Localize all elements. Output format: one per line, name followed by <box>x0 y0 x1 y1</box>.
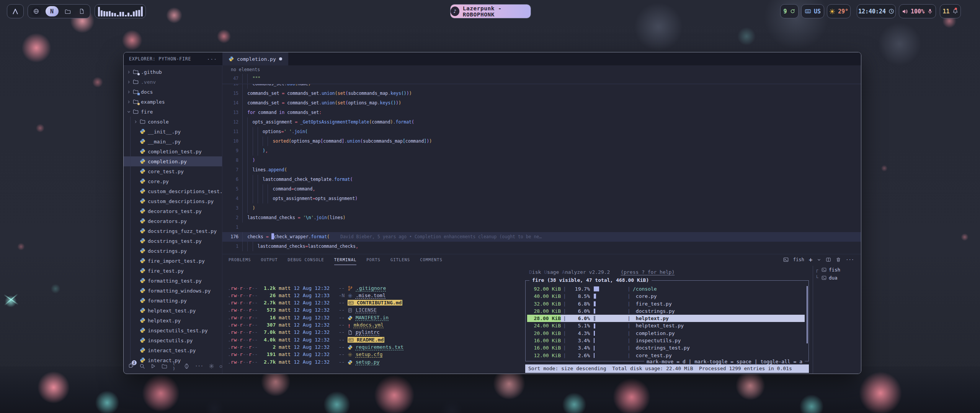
globe-icon[interactable] <box>31 7 41 16</box>
run-debug-icon[interactable] <box>150 363 156 369</box>
panel-tab-gitlens[interactable]: GITLENS <box>390 254 410 265</box>
dua-row[interactable]: 24.00 KiB|5.1%| helptext_test.py <box>527 322 805 329</box>
file-link[interactable]: mkdocs.yml <box>354 322 384 328</box>
volume-widget[interactable]: 100% <box>899 4 936 18</box>
terminal-list-item-dua[interactable]: └dua <box>815 274 861 282</box>
dua-row[interactable]: 28.00 KiB|6.0%| docstrings.py <box>527 307 805 315</box>
terminal-fish[interactable]: .rw-r--r-- 1.2k matt 12 Aug 12:32 -- .gi… <box>228 270 523 374</box>
terminal-list-item-fish[interactable]: ┌fish <box>815 266 861 274</box>
panel-tab-comments[interactable]: COMMENTS <box>420 254 443 265</box>
sidebar-item[interactable]: decorators.py <box>124 216 222 226</box>
panel-tab-terminal[interactable]: TERMINAL <box>334 254 357 265</box>
sidebar-item[interactable]: examples <box>124 97 222 107</box>
sidebar-item[interactable]: inspectutils_test.py <box>124 325 222 335</box>
record-icon[interactable]: ○ <box>220 364 222 368</box>
panel-tab-output[interactable]: OUTPUT <box>261 254 278 265</box>
watch-icon[interactable] <box>184 363 189 369</box>
file-link[interactable]: setup.py <box>356 359 380 365</box>
file-icon[interactable] <box>77 7 87 16</box>
terminal-dua[interactable]: Disk Usage Analyzer v2.29.2(press ? for … <box>524 267 811 374</box>
sidebar-item[interactable]: core.py <box>124 176 222 186</box>
sidebar-item[interactable]: docstrings_fuzz_test.py <box>124 226 222 236</box>
sidebar-item[interactable]: formatting_test.py <box>124 276 222 286</box>
sidebar-item[interactable]: formatting.py <box>124 296 222 306</box>
gear-icon[interactable] <box>209 363 214 369</box>
dua-row[interactable]: 16.00 KiB|3.4%| inspectutils.py <box>527 337 805 344</box>
panel-tab-debug-console[interactable]: DEBUG CONSOLE <box>288 254 324 265</box>
sidebar-item[interactable]: fire <box>124 107 222 117</box>
sidebar-item[interactable]: interact_test.py <box>124 345 222 355</box>
dua-row[interactable]: 92.00 KiB|19.7%|/console <box>527 285 805 293</box>
file-link[interactable]: requirements.txt <box>356 344 403 350</box>
file-link[interactable]: .gitignore <box>356 285 386 291</box>
tab-completion-py[interactable]: completion.py <box>222 52 288 65</box>
sidebar-item[interactable]: __init__.py <box>124 127 222 137</box>
sidebar-item[interactable]: console <box>124 117 222 127</box>
chevron-down-icon[interactable] <box>817 258 821 262</box>
dua-usage-bar <box>594 293 621 299</box>
sidebar-item[interactable]: formatting_windows.py <box>124 286 222 296</box>
keyboard-layout-widget[interactable]: US <box>801 4 824 18</box>
file-link[interactable]: pylintrc <box>356 329 380 335</box>
workspace-switcher[interactable]: N <box>28 4 90 18</box>
sidebar-item[interactable]: inspectutils.py <box>124 335 222 345</box>
sidebar-item[interactable]: completion_test.py <box>124 146 222 156</box>
sidebar-item[interactable]: docstrings.py <box>124 246 222 256</box>
sidebar-item[interactable]: fire_test.py <box>124 266 222 276</box>
trash-icon[interactable] <box>836 257 841 262</box>
brackets-icon[interactable]: ( ) <box>173 361 178 371</box>
file-row: .rw-r--r-- 2.7k matt 12 Aug 12:32 -- CON… <box>228 299 523 306</box>
file-link[interactable]: setup.cfg <box>356 351 382 357</box>
python-icon <box>140 168 146 174</box>
updates-widget[interactable]: 9 <box>780 4 799 18</box>
more-icon[interactable]: ··· <box>846 257 854 262</box>
dua-scrollbar[interactable] <box>807 286 808 343</box>
launcher-button[interactable] <box>7 4 24 18</box>
panel-tab-problems[interactable]: PROBLEMS <box>229 254 251 265</box>
sidebar-item[interactable]: docs <box>124 87 222 97</box>
file-link[interactable]: CONTRIBUTING.md <box>357 300 402 306</box>
sidebar-item[interactable]: fire_import_test.py <box>124 256 222 266</box>
code-line: 1 <box>222 223 861 232</box>
code-editor[interactable]: no elements 47""" 16commands_set.add(nam… <box>222 65 861 254</box>
sidebar-item[interactable]: completion.py <box>124 156 222 166</box>
notifications-widget[interactable]: 11 <box>940 4 961 18</box>
music-player-widget[interactable]: ♪ Lazerpunk - ROBOPHONK <box>450 4 531 18</box>
more-icon[interactable]: ··· <box>195 363 203 369</box>
explorer-view-button[interactable]: 1 <box>128 363 134 369</box>
breadcrumb[interactable]: no elements <box>222 65 861 74</box>
sidebar-item[interactable]: __main__.py <box>124 137 222 146</box>
file-link[interactable]: MANIFEST.in <box>356 315 389 320</box>
weather-widget[interactable]: 29° <box>827 4 851 18</box>
file-link[interactable]: LICENSE <box>356 307 377 313</box>
sidebar-item[interactable]: .github <box>124 67 222 77</box>
dua-row[interactable]: 40.00 KiB|8.5%| core.py <box>527 293 805 300</box>
dua-row[interactable]: 20.00 KiB|4.3%| completion.py <box>527 330 805 337</box>
sidebar-item[interactable]: core_test.py <box>124 166 222 176</box>
folder-icon[interactable] <box>63 7 73 16</box>
sidebar-item[interactable]: custom_descriptions_test.… <box>124 186 222 196</box>
panel-tab-ports[interactable]: PORTS <box>366 254 381 265</box>
resource-graph-widget[interactable] <box>95 4 146 18</box>
new-terminal-button[interactable]: + <box>809 256 813 263</box>
sidebar-item[interactable]: custom_descriptions.py <box>124 196 222 206</box>
workspace-active[interactable]: N <box>46 6 59 16</box>
dua-usage-bar <box>594 315 621 321</box>
sidebar-item[interactable]: .venv <box>124 77 222 87</box>
dua-row[interactable]: 16.00 KiB|3.4%| docstrings_test.py <box>527 344 805 351</box>
split-terminal-icon[interactable] <box>826 257 831 262</box>
search-icon[interactable] <box>139 363 145 369</box>
sidebar-item[interactable]: helptext.py <box>124 315 222 325</box>
sidebar-item[interactable]: helptext_test.py <box>124 306 222 315</box>
dua-row[interactable]: 12.00 KiB|2.6%| core_test.py <box>527 352 805 359</box>
sidebar-item[interactable]: decorators_test.py <box>124 206 222 216</box>
explorer-menu-button[interactable]: ··· <box>207 56 217 62</box>
file-link[interactable]: .mise.toml <box>356 293 385 298</box>
sidebar-item[interactable]: docstrings_test.py <box>124 236 222 246</box>
file-link[interactable]: README.md <box>357 337 384 343</box>
clock-widget[interactable]: 12:40:24 <box>857 4 896 18</box>
dua-row[interactable]: 32.00 KiB|6.8%| fire_test.py <box>527 300 805 307</box>
code-viewport[interactable]: 16commands_set.add(name)15commands_set =… <box>222 84 861 254</box>
folder-icon[interactable] <box>162 363 167 369</box>
dua-row[interactable]: 28.00 KiB|6.0%| helptext.py <box>527 315 805 322</box>
